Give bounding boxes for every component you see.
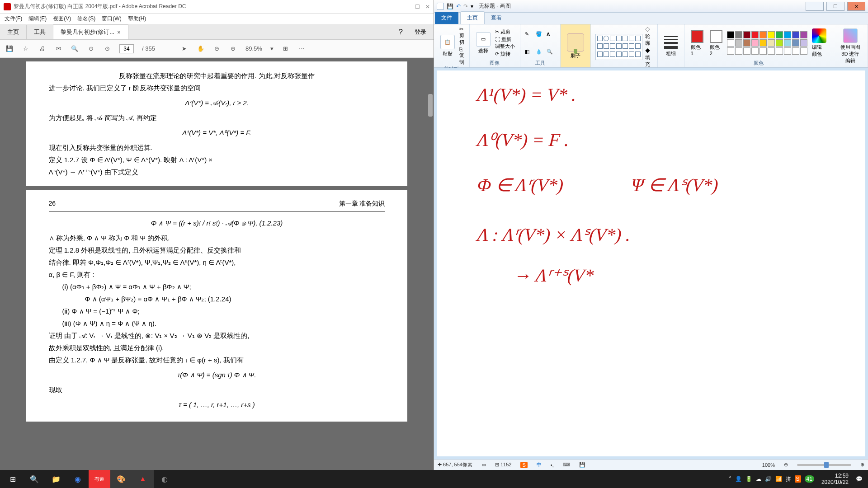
- paste-button[interactable]: 📋粘贴: [439, 34, 457, 58]
- palette-swatch[interactable]: [727, 31, 734, 38]
- page-up-icon[interactable]: ⊙: [87, 45, 95, 53]
- tray-people-icon[interactable]: 👤: [735, 476, 742, 482]
- pointer-icon[interactable]: ➤: [180, 45, 189, 53]
- palette-swatch[interactable]: [743, 39, 750, 47]
- zoom-in-button[interactable]: ⊕: [860, 462, 864, 468]
- palette-swatch[interactable]: [800, 31, 807, 38]
- fit-width-icon[interactable]: ⊞: [282, 45, 290, 53]
- picker-tool-icon[interactable]: 💧: [536, 49, 545, 55]
- tab-view[interactable]: 查看: [485, 12, 508, 24]
- tab-home[interactable]: 主页: [0, 25, 27, 39]
- menu-help[interactable]: 帮助(H): [128, 15, 146, 23]
- qat-save-icon[interactable]: 💾: [447, 3, 453, 9]
- select-button[interactable]: ▭选择: [474, 31, 492, 55]
- palette-swatch[interactable]: [760, 31, 767, 38]
- tab-tools[interactable]: 工具: [27, 25, 53, 39]
- hand-icon[interactable]: ✋: [197, 45, 205, 53]
- document-viewport[interactable]: 反称张量在流形理论的研究中起着重要的作用. 为此,对反称张量作 进一步讨论. 我…: [0, 58, 434, 470]
- fill-tool-icon[interactable]: 🪣: [536, 31, 545, 37]
- search-icon[interactable]: 🔍: [71, 45, 79, 53]
- fill-button[interactable]: ◆ 填充: [645, 47, 653, 68]
- palette-swatch[interactable]: [800, 39, 807, 47]
- size-button[interactable]: 粗细: [662, 35, 679, 58]
- clock[interactable]: 12:59 2020/10/22: [818, 473, 852, 486]
- tab-file[interactable]: 文件: [435, 12, 458, 24]
- tray-battery-icon[interactable]: 🔋: [745, 476, 752, 482]
- magnifier-tool-icon[interactable]: 🔍: [547, 49, 556, 55]
- zoom-out-button[interactable]: ⊖: [784, 462, 788, 468]
- youdao-icon[interactable]: 有道: [89, 470, 110, 488]
- color1-button[interactable]: 颜色 1: [689, 29, 705, 57]
- resize-button[interactable]: ⛶ 重新调整大小: [495, 36, 515, 50]
- zoom-out-icon[interactable]: ⊖: [213, 45, 221, 53]
- ime-keyboard-icon[interactable]: ⌨: [563, 462, 570, 468]
- palette-swatch[interactable]: [784, 31, 791, 38]
- outline-button[interactable]: ◇ 轮廓: [645, 26, 653, 47]
- help-icon[interactable]: ?: [394, 25, 407, 39]
- close-button[interactable]: ✕: [847, 2, 865, 11]
- cut-button[interactable]: ✂ 剪切: [459, 26, 465, 46]
- palette-swatch[interactable]: [792, 39, 799, 47]
- palette-swatch[interactable]: [792, 47, 799, 55]
- palette-swatch[interactable]: [784, 47, 791, 55]
- palette-swatch[interactable]: [760, 47, 767, 55]
- page-number-input[interactable]: [119, 44, 134, 53]
- zoom-slider-thumb[interactable]: [824, 462, 829, 468]
- acrobat-taskbar-icon[interactable]: ▲: [132, 470, 154, 488]
- tab-document[interactable]: 黎曼几何初步(修订... ×: [53, 24, 128, 39]
- ime-punct-icon[interactable]: •,: [551, 462, 554, 468]
- palette-swatch[interactable]: [768, 39, 775, 47]
- palette-swatch[interactable]: [751, 47, 759, 55]
- tab-close-icon[interactable]: ×: [117, 29, 121, 36]
- scrollbar-thumb[interactable]: [428, 94, 433, 117]
- notifications-icon[interactable]: 💬: [856, 476, 863, 482]
- menu-edit[interactable]: 编辑(E): [28, 15, 47, 23]
- qat-undo-icon[interactable]: ↶: [456, 3, 461, 9]
- shapes-gallery[interactable]: [595, 34, 642, 60]
- palette-swatch[interactable]: [776, 39, 783, 47]
- mail-icon[interactable]: ✉: [54, 45, 62, 53]
- start-button[interactable]: ⊞: [2, 470, 24, 488]
- palette-swatch[interactable]: [743, 31, 750, 38]
- palette-swatch[interactable]: [727, 39, 734, 47]
- menu-sign[interactable]: 签名(S): [77, 15, 95, 23]
- canvas[interactable]: Λ¹(V*) = V* . Λ⁰(V*) = F . Φ ∈ Λʳ(V*) Ψ …: [437, 70, 865, 456]
- chrome-icon[interactable]: ◉: [67, 470, 89, 488]
- print-icon[interactable]: 🖨: [38, 45, 46, 53]
- palette-swatch[interactable]: [760, 39, 767, 47]
- color-palette[interactable]: [727, 31, 807, 55]
- menu-file[interactable]: 文件(F): [5, 15, 22, 23]
- login-button[interactable]: 登录: [407, 25, 434, 39]
- palette-swatch[interactable]: [735, 39, 742, 47]
- star-icon[interactable]: ☆: [22, 45, 30, 53]
- maximize-button[interactable]: ☐: [415, 4, 420, 10]
- tray-onedrive-icon[interactable]: ☁: [756, 476, 761, 482]
- paint3d-button[interactable]: 使用画图 3D 进行编辑: [838, 28, 863, 65]
- palette-swatch[interactable]: [776, 31, 783, 38]
- menu-view[interactable]: 视图(V): [53, 15, 71, 23]
- page-down-icon[interactable]: ⊙: [103, 45, 111, 53]
- tray-ime-icon[interactable]: 拼: [786, 475, 791, 483]
- ime-lang[interactable]: 中: [537, 461, 542, 468]
- palette-swatch[interactable]: [784, 39, 791, 47]
- qat-redo-icon[interactable]: ↷: [463, 3, 468, 9]
- palette-swatch[interactable]: [776, 47, 783, 55]
- palette-swatch[interactable]: [768, 31, 775, 38]
- palette-swatch[interactable]: [792, 31, 799, 38]
- palette-swatch[interactable]: [800, 47, 807, 55]
- minimize-button[interactable]: —: [806, 2, 824, 11]
- rotate-button[interactable]: ⟳ 旋转: [495, 51, 515, 57]
- palette-swatch[interactable]: [751, 39, 759, 47]
- close-button[interactable]: ✕: [425, 4, 430, 10]
- tray-count-badge[interactable]: 41: [805, 475, 814, 483]
- eraser-tool-icon[interactable]: ◧: [525, 49, 534, 55]
- zoom-slider[interactable]: [797, 464, 851, 466]
- text-tool-icon[interactable]: A: [547, 32, 556, 37]
- copy-button[interactable]: ⎘ 复制: [459, 47, 465, 66]
- more-icon[interactable]: ⋯: [298, 45, 306, 53]
- tray-volume-icon[interactable]: 🔊: [765, 476, 772, 482]
- explorer-icon[interactable]: 📁: [45, 470, 67, 488]
- color2-button[interactable]: 颜色 2: [708, 29, 724, 57]
- paint-app-icon[interactable]: [437, 3, 444, 10]
- pencil-tool-icon[interactable]: ✎: [525, 31, 534, 37]
